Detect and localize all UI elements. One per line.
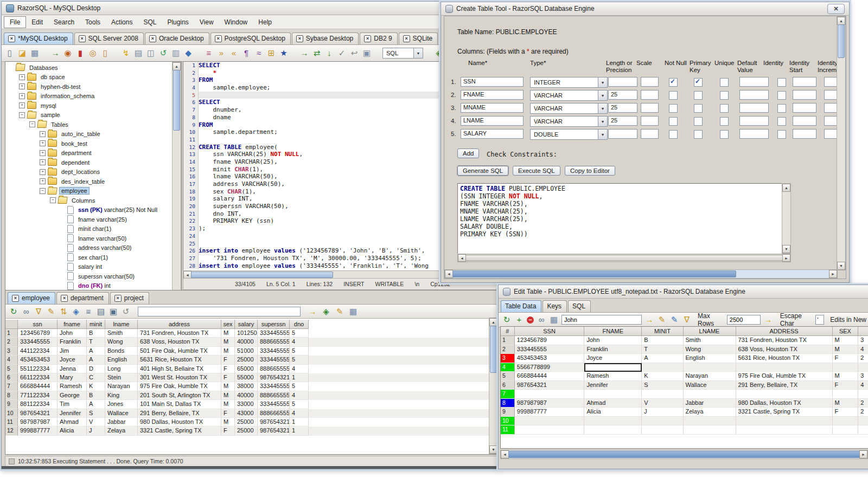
identity-checkbox[interactable] [777, 91, 786, 100]
table-cell[interactable]: 333445555 [258, 347, 290, 356]
results-column-header-fname[interactable]: fname [58, 320, 87, 329]
table-cell[interactable]: English [105, 356, 138, 364]
table-cell[interactable] [584, 425, 642, 435]
table-cell[interactable] [642, 425, 683, 435]
edit-column-header-[interactable]: # [501, 327, 515, 336]
view-rows-icon[interactable]: ∞ [537, 315, 546, 324]
table-cell[interactable] [736, 363, 833, 372]
table-cell[interactable]: F [833, 408, 859, 417]
table-cell[interactable]: Jim [58, 347, 87, 356]
table-cell[interactable]: 4 [290, 391, 309, 400]
column-type-dropdown[interactable]: VARCHAR▼ [530, 103, 608, 114]
column-type-dropdown[interactable]: VARCHAR▼ [530, 90, 608, 101]
tree-item-mysql[interactable]: +mysql [5, 101, 173, 111]
table-cell[interactable]: M [221, 400, 235, 409]
add-row-icon[interactable]: + [514, 315, 524, 324]
table-cell[interactable]: 888665555 [258, 365, 290, 373]
results-column-header-address[interactable]: address [138, 320, 221, 329]
scroll-up-icon[interactable]: ▲ [173, 62, 181, 70]
table-row[interactable]: 2333445555FranklinTWong638 Voss, Houston… [501, 345, 868, 354]
tree-item-databases[interactable]: Databases [5, 63, 173, 73]
export-results-icon[interactable]: ◈ [71, 307, 81, 316]
edit-data-icon[interactable]: ✎ [335, 307, 344, 316]
table-cell[interactable]: 888666555 [258, 409, 290, 418]
primary-key-checkbox[interactable] [694, 117, 703, 126]
row-number-green[interactable]: 10 [501, 417, 515, 426]
outdent-icon[interactable]: « [229, 49, 239, 57]
tree-item-information-schema[interactable]: +information_schema [5, 92, 173, 101]
table-cell[interactable]: Jabbar [684, 399, 736, 408]
table-cell[interactable]: T [642, 345, 683, 354]
table-cell[interactable]: 638 Voss, Houston TX [138, 338, 221, 346]
table-row[interactable]: 1123456789JohnBSmith731 Fondren, Houston… [501, 336, 868, 345]
primary-key-checkbox[interactable] [694, 104, 703, 113]
chevron-down-icon[interactable]: ▼ [598, 91, 607, 100]
create-table-title-bar[interactable]: Create Table Tool - RazorSQL Database En… [441, 2, 849, 16]
checklist-icon[interactable]: ▤ [133, 49, 143, 57]
table-cell[interactable]: Smith [684, 336, 736, 345]
table-cell[interactable]: J [642, 408, 683, 417]
tree-item-department[interactable]: +department [5, 148, 173, 158]
save-edits-icon[interactable]: ▦ [549, 315, 559, 324]
table-cell[interactable]: 5 [290, 400, 309, 409]
primary-key-checkbox[interactable] [694, 91, 703, 100]
expand-plus-icon[interactable]: + [40, 169, 46, 175]
scale-field[interactable] [641, 90, 659, 100]
not-null-checkbox[interactable] [669, 91, 678, 100]
scroll-left-icon[interactable]: ◄ [458, 254, 466, 262]
filter-results-icon[interactable]: ∇ [34, 307, 43, 316]
table-cell[interactable]: V [642, 399, 683, 408]
connection-tab-sybase-desktop[interactable]: ×Sybase Desktop [292, 33, 359, 44]
table-cell[interactable]: 975 Fire Oak, Humble TX [138, 382, 221, 391]
table-cell[interactable]: 3 [858, 372, 868, 381]
default-value-field[interactable] [739, 77, 769, 87]
table-cell[interactable]: 731 Fondren, Houston TX [736, 336, 833, 345]
table-cell[interactable]: 201 South St, Arlington TX [138, 391, 221, 400]
main-title-bar[interactable]: RazorSQL - MySQL Desktop [2, 2, 499, 15]
table-cell[interactable]: B [642, 336, 683, 345]
results-column-header-salary[interactable]: salary [235, 320, 258, 329]
align-icon[interactable]: ≈ [254, 49, 264, 57]
table-cell[interactable]: 4 [858, 381, 868, 390]
menu-tools[interactable]: Tools [80, 17, 106, 28]
refresh-document-icon[interactable]: ↺ [158, 49, 168, 57]
table-cell[interactable]: 25000 [235, 418, 258, 427]
table-cell[interactable]: Wallace [684, 381, 736, 390]
table-cell[interactable]: 401 High St, Bellaire TX [138, 365, 221, 373]
results-tab-employee[interactable]: ×employee [8, 292, 55, 304]
close-tab-icon[interactable]: × [114, 295, 122, 302]
table-cell[interactable]: 441122334 [18, 347, 58, 356]
collapse-minus-icon[interactable]: − [40, 188, 46, 194]
scroll-up-icon[interactable]: ▲ [782, 184, 790, 192]
close-tab-icon[interactable]: × [8, 35, 15, 42]
tree-item-sex-char-1[interactable]: sex char(1) [5, 253, 173, 262]
table-cell[interactable]: 5 [290, 329, 309, 338]
generate-sql-button[interactable]: Generate SQL [457, 166, 508, 176]
focused-cell[interactable] [584, 363, 642, 372]
table-cell[interactable]: 55000 [235, 373, 258, 382]
table-cell[interactable]: A [87, 347, 105, 356]
sql-vertical-scrollbar[interactable]: ▲ ▼ [782, 183, 791, 254]
table-cell[interactable]: 980 Dallas, Houston TX [736, 399, 833, 408]
results-column-header-ssn[interactable]: ssn [18, 320, 58, 329]
table-cell[interactable]: 987654321 [258, 427, 290, 435]
table-cell[interactable]: F [221, 365, 235, 373]
unique-checkbox[interactable] [720, 130, 729, 139]
tree-item-db-space[interactable]: +db space [5, 73, 173, 82]
table-cell[interactable]: 3 [858, 336, 868, 345]
table-cell[interactable]: 43000 [235, 409, 258, 418]
row-number[interactable]: 1 [501, 336, 515, 345]
scroll-up-icon[interactable]: ▲ [837, 17, 845, 25]
expand-plus-icon[interactable]: + [40, 131, 46, 137]
save-icon[interactable]: ▦ [30, 49, 40, 57]
delete-row-icon[interactable]: − [527, 316, 534, 324]
collapse-minus-icon[interactable]: − [29, 121, 35, 127]
table-cell[interactable]: S [642, 381, 683, 390]
table-cell[interactable]: 333445555 [258, 329, 290, 338]
edit-column-header-fname[interactable]: FNAME [584, 327, 642, 336]
table-cell[interactable] [642, 363, 683, 372]
export-file-icon[interactable]: ◈ [321, 307, 331, 316]
table-cell[interactable]: Tim [58, 400, 87, 409]
tree-item-auto-inc-table[interactable]: +auto_inc_table [5, 130, 173, 139]
column-name-field[interactable]: SSN [461, 77, 524, 87]
